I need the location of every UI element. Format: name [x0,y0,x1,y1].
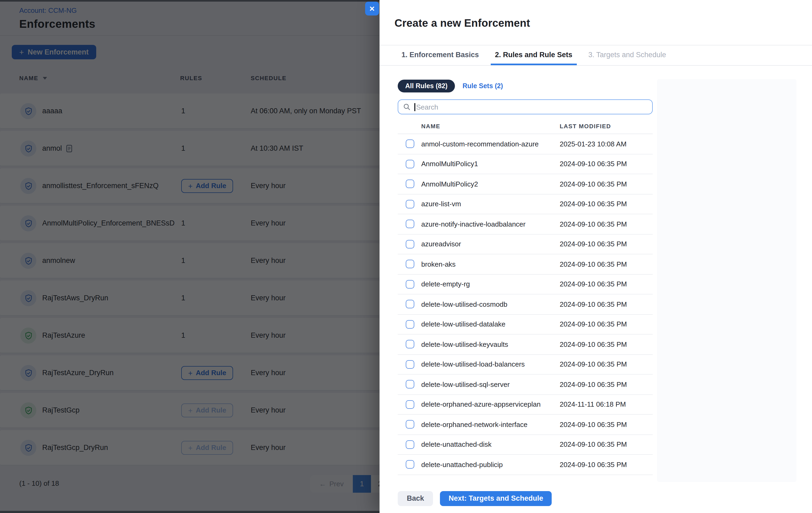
all-rules-pill[interactable]: All Rules (82) [398,80,455,92]
rule-last-modified: 2024-09-10 06:35 PM [560,280,627,288]
preview-panel [657,79,796,482]
rule-last-modified: 2024-09-10 06:35 PM [560,461,627,469]
rule-row: delete-low-utilised-cosmodb2024-09-10 06… [398,295,653,314]
rule-checkbox[interactable] [406,200,414,208]
rule-name[interactable]: anmol-custom-recommendation-azure [421,140,560,148]
rule-name[interactable]: delete-low-utilised-cosmodb [421,300,560,308]
rule-name[interactable]: broken-aks [421,260,560,268]
close-icon: ✕ [369,4,375,12]
rule-name[interactable]: delete-low-utilised-keyvaults [421,340,560,349]
drawer-header: Create a new Enforcement [380,0,812,46]
rule-checkbox[interactable] [406,360,414,369]
search-icon [403,103,410,111]
back-button[interactable]: Back [398,491,433,506]
search-placeholder: Search [416,103,438,111]
rules-table-header: NAME LAST MODIFIED [398,121,653,134]
rule-row: AnmolMultiPolicy12024-09-10 06:35 PM [398,154,653,174]
rule-checkbox[interactable] [406,380,414,389]
rule-name[interactable]: delete-unattached-publicip [421,461,560,469]
next-button[interactable]: Next: Targets and Schedule [440,491,552,506]
wizard-tabs: 1. Enforcement Basics 2. Rules and Rule … [380,46,812,66]
rule-name[interactable]: azure-list-vm [421,200,560,208]
rule-last-modified: 2024-09-10 06:35 PM [560,340,627,349]
rule-checkbox[interactable] [406,240,414,248]
rule-row: delete-empty-rg2024-09-10 06:35 PM [398,274,653,295]
rule-row: delete-low-utilised-sql-server2024-09-10… [398,374,653,395]
rule-checkbox[interactable] [406,220,414,229]
rule-name[interactable]: delete-orphaned-network-interface [421,421,560,429]
rule-last-modified: 2024-09-10 06:35 PM [560,360,627,368]
drawer-footer: Back Next: Targets and Schedule [398,491,796,506]
tab-rules-and-rule-sets[interactable]: 2. Rules and Rule Sets [491,46,577,65]
rule-row: delete-unattached-publicip2024-09-10 06:… [398,455,653,475]
text-cursor [414,103,415,111]
rule-row: delete-low-utilised-keyvaults2024-09-10 … [398,334,653,355]
create-enforcement-drawer: Create a new Enforcement 1. Enforcement … [380,0,812,513]
rule-last-modified: 2024-09-10 06:35 PM [560,381,627,389]
rule-last-modified: 2024-09-10 06:35 PM [560,180,627,188]
rule-name[interactable]: delete-low-utilised-sql-server [421,381,560,389]
rule-checkbox[interactable] [406,300,414,309]
rule-last-modified: 2024-09-10 06:35 PM [560,160,627,168]
rule-checkbox[interactable] [406,160,414,168]
rule-last-modified: 2024-09-10 06:35 PM [560,300,627,308]
rules-column-last-modified: LAST MODIFIED [560,123,611,129]
rule-name[interactable]: delete-unattached-disk [421,441,560,449]
rule-row: azure-list-vm2024-09-10 06:35 PM [398,194,653,214]
bottom-edge-strip [0,511,380,513]
tab-enforcement-basics[interactable]: 1. Enforcement Basics [397,46,483,65]
rule-row: delete-unattached-disk2024-09-10 06:35 P… [398,435,653,455]
tab-targets-and-schedule: 3. Targets and Schedule [584,46,670,65]
rule-last-modified: 2024-09-10 06:35 PM [560,240,627,248]
rule-checkbox[interactable] [406,180,414,188]
rule-last-modified: 2024-09-10 06:35 PM [560,320,627,328]
rule-name[interactable]: azureadvisor [421,240,560,248]
rule-checkbox[interactable] [406,340,414,349]
app-root: Account: CCM-NG Enforcements + New Enfor… [0,0,812,513]
rule-last-modified: 2024-09-10 06:35 PM [560,200,627,208]
rule-checkbox[interactable] [406,260,414,269]
rule-row: delete-low-utilised-load-balancers2024-0… [398,355,653,374]
rule-row: AnmolMultiPolicy22024-09-10 06:35 PM [398,174,653,194]
rule-checkbox[interactable] [406,440,414,449]
rule-checkbox[interactable] [406,320,414,329]
drawer-title: Create a new Enforcement [380,0,812,29]
rule-name[interactable]: delete-low-utilised-datalake [421,320,560,328]
rule-checkbox[interactable] [406,420,414,429]
rule-row: broken-aks2024-09-10 06:35 PM [398,254,653,274]
rule-checkbox[interactable] [406,400,414,409]
rules-list: anmol-custom-recommendation-azure2025-01… [398,134,653,475]
rule-name[interactable]: AnmolMultiPolicy1 [421,160,560,168]
rule-name[interactable]: delete-orphaned-azure-appserviceplan [421,400,560,409]
rule-last-modified: 2024-09-10 06:35 PM [560,441,627,449]
rule-row: delete-low-utilised-datalake2024-09-10 0… [398,314,653,334]
rule-row: delete-orphaned-network-interface2024-09… [398,415,653,435]
top-edge-strip [0,0,380,2]
rules-column-name: NAME [421,123,440,129]
rule-last-modified: 2024-09-10 06:35 PM [560,421,627,429]
rule-row: azure-notify-inactive-loadbalancer2024-0… [398,214,653,234]
rule-last-modified: 2024-11-11 06:18 PM [560,400,626,409]
rule-row: azureadvisor2024-09-10 06:35 PM [398,234,653,254]
rule-checkbox[interactable] [406,280,414,289]
close-button[interactable]: ✕ [365,2,379,16]
rule-last-modified: 2025-01-23 10:08 AM [560,140,627,148]
rule-checkbox[interactable] [406,460,414,469]
rule-row: anmol-custom-recommendation-azure2025-01… [398,134,653,154]
rule-name[interactable]: delete-low-utilised-load-balancers [421,360,560,368]
rule-name[interactable]: delete-empty-rg [421,280,560,288]
rule-name[interactable]: AnmolMultiPolicy2 [421,180,560,188]
rule-sets-pill[interactable]: Rule Sets (2) [459,80,506,92]
rule-name[interactable]: azure-notify-inactive-loadbalancer [421,220,560,228]
rule-checkbox[interactable] [406,140,414,148]
search-input[interactable]: Search [398,99,653,114]
rule-row: delete-orphaned-azure-appserviceplan2024… [398,395,653,415]
rule-last-modified: 2024-09-10 06:35 PM [560,220,627,228]
rule-last-modified: 2024-09-10 06:35 PM [560,260,627,268]
